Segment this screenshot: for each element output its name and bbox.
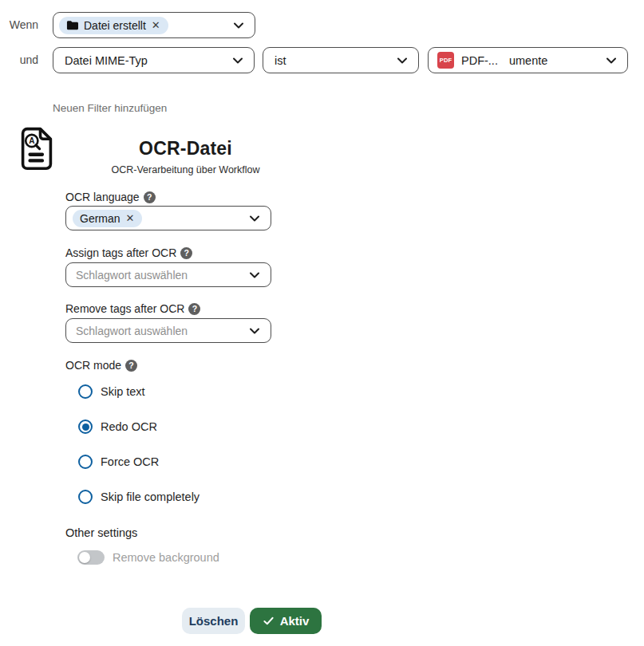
page-title: OCR-Datei (53, 138, 318, 160)
other-settings-label: Other settings (65, 526, 137, 539)
assign-tags-label: Assign tags after OCR ? (65, 246, 192, 259)
remove-language-icon[interactable]: ✕ (126, 213, 135, 223)
help-icon[interactable]: ? (144, 191, 156, 203)
filter-value-select[interactable]: PDF PDF-... umente (428, 47, 628, 73)
filter-value-text-start: PDF-... (461, 54, 498, 67)
chevron-down-icon (248, 325, 261, 337)
trigger-chip-label: Datei erstellt (84, 19, 146, 32)
help-icon[interactable]: ? (180, 247, 192, 259)
ocr-mode-option[interactable]: Skip text (78, 384, 145, 399)
help-icon[interactable]: ? (125, 360, 137, 372)
active-button[interactable]: Aktiv (250, 608, 322, 634)
chevron-down-icon (231, 54, 244, 67)
remove-tags-label: Remove tags after OCR ? (65, 302, 200, 315)
ocr-language-label: OCR language ? (65, 191, 156, 203)
chevron-down-icon (248, 269, 261, 282)
filter-field-value: Datei MIME-Typ (65, 54, 148, 67)
ocr-mode-label: OCR mode ? (65, 359, 137, 372)
filter-field-select[interactable]: Datei MIME-Typ (53, 47, 255, 73)
language-chip-label: German (80, 212, 121, 225)
ocr-mode-option-label: Force OCR (101, 455, 159, 468)
filter-operator-select[interactable]: ist (263, 47, 419, 73)
ocr-document-icon: A (21, 127, 53, 171)
page-subtitle: OCR-Verarbeitung über Workflow (53, 164, 318, 175)
workflow-editor: Wenn Datei erstellt ✕ und Datei MIME-Typ… (0, 0, 644, 646)
ocr-mode-option[interactable]: Redo OCR (78, 420, 157, 434)
ocr-mode-radio[interactable] (78, 455, 93, 469)
remove-background-row: Remove background (77, 550, 219, 565)
assign-tags-select[interactable]: Schlagwort auswählen (65, 262, 271, 287)
remove-tags-select[interactable]: Schlagwort auswählen (65, 318, 271, 343)
ocr-mode-radio[interactable] (78, 420, 93, 434)
ocr-mode-option[interactable]: Force OCR (78, 455, 159, 469)
filter-value-text-end: umente (509, 54, 547, 67)
remove-tags-placeholder: Schlagwort auswählen (73, 325, 188, 337)
ocr-mode-radio[interactable] (78, 490, 93, 504)
and-label: und (0, 47, 38, 73)
chevron-down-icon (248, 212, 261, 225)
ocr-mode-radio[interactable] (78, 384, 93, 399)
add-filter-link[interactable]: Neuen Filter hinzufügen (53, 102, 167, 114)
language-chip: German ✕ (73, 210, 142, 227)
ocr-language-select[interactable]: German ✕ (65, 206, 271, 230)
trigger-select[interactable]: Datei erstellt ✕ (53, 12, 255, 38)
filter-operator-value: ist (275, 54, 286, 67)
assign-tags-placeholder: Schlagwort auswählen (73, 269, 188, 282)
remove-background-toggle[interactable] (77, 550, 105, 565)
ocr-mode-option-label: Redo OCR (101, 420, 157, 433)
delete-button[interactable]: Löschen (182, 608, 245, 634)
svg-text:A: A (29, 136, 34, 145)
ocr-mode-option[interactable]: Skip file completely (78, 490, 200, 504)
remove-background-label: Remove background (113, 551, 219, 564)
ocr-mode-option-label: Skip file completely (101, 490, 200, 503)
check-icon (263, 615, 275, 627)
help-icon[interactable]: ? (188, 303, 200, 315)
when-label: Wenn (0, 12, 38, 38)
folder-icon (66, 19, 78, 31)
ocr-mode-option-label: Skip text (101, 385, 145, 398)
chevron-down-icon (605, 54, 618, 67)
chevron-down-icon (396, 54, 409, 67)
chevron-down-icon (232, 19, 245, 32)
trigger-chip: Datei erstellt ✕ (59, 17, 168, 34)
remove-trigger-icon[interactable]: ✕ (152, 20, 160, 30)
pdf-icon: PDF (437, 52, 454, 69)
